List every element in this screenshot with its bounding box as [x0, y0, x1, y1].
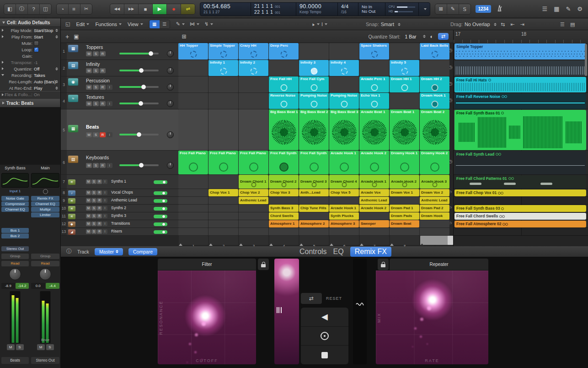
pan-knob[interactable]: [167, 67, 174, 74]
property-value[interactable]: Off: [34, 66, 40, 71]
loop-cell[interactable]: Infinity 1: [208, 60, 238, 76]
track-header-row[interactable]: 10≋Synths 2MSRI: [61, 205, 178, 212]
loop-cell[interactable]: Infinity 4: [329, 60, 359, 76]
eq-curve-thumbnail[interactable]: [31, 173, 59, 188]
pan-knob[interactable]: [39, 268, 51, 280]
property-value[interactable]: Start/Stop: [34, 28, 53, 33]
command-tool-icon[interactable]: I: [321, 22, 327, 27]
loop-cell[interactable]: Dream Pad 1: [390, 205, 419, 212]
scene-trigger[interactable]: 3: [239, 236, 268, 245]
input-button[interactable]: I: [107, 101, 112, 106]
empty-cell[interactable]: [178, 93, 208, 109]
media-browser-icon[interactable]: ◫: [40, 4, 51, 14]
loop-cell[interactable]: Dream Chord 4: [329, 175, 359, 189]
track-header-row[interactable]: 5▦BeatsMSRI: [61, 109, 178, 151]
pencil-tool-icon[interactable]: ✎: [176, 21, 185, 27]
loop-cell[interactable]: Dream Vox 2: [420, 189, 449, 196]
automation-mode[interactable]: Read: [1, 261, 29, 266]
notes-icon[interactable]: ✎: [566, 5, 571, 12]
loop-cell[interactable]: Dream Hook: [420, 212, 449, 220]
solo-button[interactable]: S: [93, 132, 99, 137]
forward-button[interactable]: ▶▶: [124, 4, 139, 14]
loop-cell[interactable]: Infinity 5: [390, 60, 419, 76]
scene-trigger[interactable]: 1: [179, 236, 208, 245]
repeater-xy-pad[interactable]: MIX RATE: [376, 271, 488, 364]
empty-cell[interactable]: [239, 220, 268, 227]
menu-functions[interactable]: Functions: [95, 22, 122, 27]
record-button[interactable]: R: [100, 132, 106, 137]
scene-trigger[interactable]: 8: [390, 236, 419, 245]
empty-cell[interactable]: [178, 197, 208, 204]
insert-plugin[interactable]: Noise Gate: [1, 196, 29, 201]
loop-cell[interactable]: Arcade Hook 1: [359, 175, 389, 189]
empty-cell[interactable]: [208, 220, 238, 227]
input-button[interactable]: I: [102, 214, 107, 218]
list-view-button[interactable]: ☰: [160, 20, 170, 28]
empty-cell[interactable]: [178, 109, 208, 150]
reset-label[interactable]: RESET: [326, 296, 342, 301]
disclosure-triangle[interactable]: [1, 67, 4, 70]
record-button[interactable]: R: [100, 51, 106, 56]
input-button[interactable]: I: [107, 132, 112, 137]
empty-cell[interactable]: [239, 228, 268, 235]
slider-thumb[interactable]: [141, 85, 146, 89]
loop-cell[interactable]: Free Fall Piano: [239, 151, 268, 174]
volume-value[interactable]: -8.9: [1, 283, 15, 289]
crossfade-tool-icon[interactable]: ⋈: [190, 21, 199, 27]
loop-cell[interactable]: Infinity 2: [239, 60, 268, 76]
volume-slider[interactable]: [119, 86, 159, 88]
empty-cell[interactable]: [208, 197, 238, 204]
input-button[interactable]: I: [102, 206, 107, 211]
loop-cell[interactable]: Chop Vox 3: [269, 189, 299, 196]
insert-plugin[interactable]: Channel EQ: [31, 201, 59, 206]
division-icon[interactable]: ⊞: [182, 33, 187, 40]
strip-io-row[interactable]: [31, 189, 60, 195]
empty-cell[interactable]: [178, 212, 208, 220]
loop-cell[interactable]: Dream Pad 2: [420, 205, 449, 212]
stop-button[interactable]: ■: [139, 4, 153, 14]
slider-thumb[interactable]: [162, 231, 165, 233]
input-button[interactable]: I: [102, 229, 107, 234]
loop-cell[interactable]: Dream Beat 2: [420, 109, 449, 150]
filter-lock-button[interactable]: [258, 259, 269, 270]
loop-cell[interactable]: Dream HH 1: [390, 76, 419, 92]
solo-button[interactable]: S: [93, 101, 99, 106]
empty-cell[interactable]: [299, 228, 329, 235]
empty-cell[interactable]: [329, 197, 359, 204]
slider-thumb[interactable]: [139, 101, 143, 106]
insert-plugin[interactable]: Channel EQ: [1, 207, 29, 212]
scene-trigger[interactable]: 4: [269, 236, 299, 245]
loop-cell[interactable]: Arcade Hook 1: [329, 151, 359, 174]
volume-value[interactable]: 0.0: [31, 283, 45, 289]
tab-controls[interactable]: Controls: [299, 248, 327, 256]
empty-cell[interactable]: [239, 109, 268, 150]
audio-region[interactable]: Free Fall Chop Vox 01: [454, 189, 586, 196]
empty-cell[interactable]: [390, 93, 419, 109]
empty-cell[interactable]: [269, 228, 299, 235]
empty-cell[interactable]: [239, 76, 268, 92]
empty-cell[interactable]: [359, 60, 389, 76]
pan-knob[interactable]: [167, 131, 174, 138]
record-button[interactable]: R: [97, 206, 102, 211]
track-header-row[interactable]: 2▤InfinityMSR: [61, 60, 178, 76]
track-header-row[interactable]: 12◆TransitionsMSRI: [61, 220, 178, 228]
loop-cell[interactable]: Free Fall Cym: [299, 76, 329, 92]
strip-io-row[interactable]: Input 1: [1, 189, 29, 195]
group-tracks-icon[interactable]: ▣: [74, 33, 79, 40]
empty-cell[interactable]: [178, 205, 208, 212]
solo-button[interactable]: S: [16, 344, 24, 350]
record-button[interactable]: R: [100, 68, 106, 73]
tab-eq[interactable]: EQ: [333, 248, 344, 256]
loop-cell[interactable]: Arcade Vox: [359, 189, 389, 196]
tab-remix-fx[interactable]: Remix FX: [350, 247, 391, 257]
track-inspector-header[interactable]: Track: Beats: [0, 99, 60, 108]
pan-knob[interactable]: [167, 100, 174, 107]
record-button[interactable]: R: [97, 229, 102, 234]
record-button[interactable]: R: [97, 190, 102, 195]
scene-trigger[interactable]: 2: [209, 236, 238, 245]
record-button[interactable]: R: [100, 101, 106, 106]
loop-cell[interactable]: Laid Back Bells: [420, 43, 449, 60]
insert-plugin[interactable]: Multipr: [31, 207, 59, 212]
stepper-icon[interactable]: [55, 29, 58, 32]
empty-cell[interactable]: [299, 197, 329, 204]
